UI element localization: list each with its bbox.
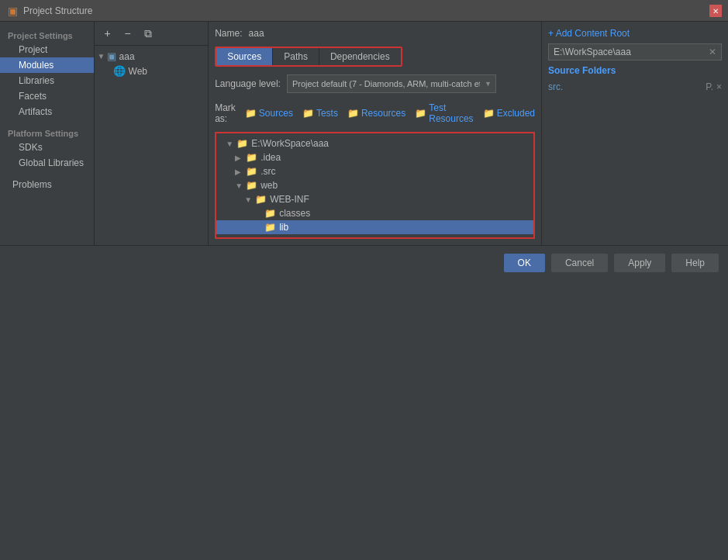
source-folder-p-action[interactable]: P.	[706, 81, 713, 92]
help-button[interactable]: Help	[671, 254, 719, 272]
ft-webinf[interactable]: ▼ 📁 WEB-INF	[216, 192, 533, 206]
sidebar-item-libraries[interactable]: Libraries	[0, 73, 94, 88]
content-root-path: E:\WorkSpace\aaa ✕	[548, 43, 722, 60]
source-folder-item: src. P. ×	[548, 81, 722, 93]
ft-idea[interactable]: ▶ 📁 .idea	[216, 150, 533, 164]
mark-as-label: Mark as:	[215, 102, 236, 124]
right-panel: Name: aaa Sources Paths Dependencies Lan…	[209, 22, 728, 245]
excluded-folder-icon: 📁	[483, 108, 495, 119]
source-folder-x-action[interactable]: ×	[716, 81, 722, 92]
mark-resources-label: Resources	[361, 108, 405, 119]
title-bar: ▣ Project Structure ✕	[0, 0, 728, 22]
ft-idea-folder-icon: 📁	[246, 152, 257, 163]
sidebar-item-project[interactable]: Project	[0, 42, 94, 57]
mark-as-row: Mark as: 📁 Sources 📁 Tests 📁 Resources 📁…	[215, 102, 535, 124]
sidebar-item-sdks[interactable]: SDKs	[0, 140, 94, 155]
module-panel: + − ⧉ ▼ ▣ aaa 🌐 Web	[95, 22, 209, 245]
content-root-close-button[interactable]: ✕	[709, 47, 716, 57]
ft-webinf-arrow: ▼	[244, 195, 255, 204]
language-level-row: Language level: Project default (7 - Dia…	[215, 74, 535, 93]
sidebar-item-artifacts[interactable]: Artifacts	[0, 104, 94, 119]
language-label: Language level:	[215, 78, 281, 89]
language-select[interactable]: Project default (7 - Diamonds, ARM, mult…	[287, 74, 496, 93]
add-content-root-button[interactable]: + Add Content Root	[548, 28, 722, 39]
source-folders-label: Source Folders	[548, 65, 722, 76]
module-tree-web[interactable]: 🌐 Web	[95, 64, 209, 78]
source-folder-name: src.	[548, 81, 563, 92]
name-label: Name:	[215, 28, 242, 39]
tab-dependencies[interactable]: Dependencies	[319, 48, 401, 65]
ft-root-arrow: ▼	[226, 140, 236, 148]
mark-resources-button[interactable]: 📁 Resources	[347, 108, 405, 119]
ft-lib[interactable]: 📁 lib	[216, 220, 533, 234]
ft-classes-folder-icon: 📁	[264, 208, 276, 219]
ft-root-label: E:\WorkSpace\aaa	[251, 138, 329, 149]
remove-module-button[interactable]: −	[119, 25, 136, 42]
project-settings-label: Project Settings	[0, 28, 94, 42]
window-title: Project Structure	[23, 5, 92, 16]
ft-web-arrow: ▼	[235, 181, 246, 190]
ok-button[interactable]: OK	[504, 254, 545, 272]
tab-paths[interactable]: Paths	[273, 48, 319, 65]
module-toolbar: + − ⧉	[95, 22, 209, 46]
arrow-icon: ▼	[98, 52, 107, 60]
language-select-wrap[interactable]: Project default (7 - Diamonds, ARM, mult…	[287, 74, 496, 93]
ft-web[interactable]: ▼ 📁 web	[216, 178, 533, 192]
copy-module-button[interactable]: ⧉	[140, 25, 157, 42]
file-tree: ▼ 📁 E:\WorkSpace\aaa ▶ 📁 .idea ▶ 📁 .src	[215, 132, 535, 239]
ft-src-arrow: ▶	[235, 168, 246, 176]
sidebar-item-facets[interactable]: Facets	[0, 88, 94, 104]
ft-root-folder-icon: 📁	[236, 138, 248, 149]
sidebar: Project Settings Project Modules Librari…	[0, 22, 95, 245]
ft-root[interactable]: ▼ 📁 E:\WorkSpace\aaa	[216, 137, 533, 150]
module-icon: ▣	[107, 50, 116, 62]
ft-idea-arrow: ▶	[235, 154, 246, 162]
ft-lib-label: lib	[279, 222, 288, 233]
module-subitem-label: Web	[129, 66, 147, 77]
test-resources-folder-icon: 📁	[415, 108, 426, 119]
ft-src[interactable]: ▶ 📁 .src	[216, 164, 533, 178]
ft-classes-label: classes	[279, 208, 310, 219]
window-icon: ▣	[6, 5, 19, 17]
ft-web-folder-icon: 📁	[246, 180, 257, 191]
apply-button[interactable]: Apply	[614, 254, 665, 272]
ft-webinf-label: WEB-INF	[270, 194, 309, 205]
source-folder-actions: P. ×	[706, 81, 722, 92]
web-icon: 🌐	[113, 65, 126, 77]
ft-web-label: web	[260, 180, 278, 191]
module-name: aaa	[119, 51, 135, 62]
ft-classes[interactable]: 📁 classes	[216, 206, 533, 220]
mark-test-resources-button[interactable]: 📁 Test Resources	[415, 102, 473, 124]
resources-folder-icon: 📁	[347, 108, 359, 119]
ft-src-folder-icon: 📁	[246, 166, 257, 177]
tests-folder-icon: 📁	[302, 108, 314, 119]
ft-lib-folder-icon: 📁	[264, 222, 276, 233]
mark-sources-button[interactable]: 📁 Sources	[245, 108, 293, 119]
sidebar-item-global-libs[interactable]: Global Libraries	[0, 155, 94, 171]
ft-src-label: .src	[260, 166, 275, 177]
sidebar-item-modules[interactable]: Modules	[0, 57, 94, 73]
module-tree-root[interactable]: ▼ ▣ aaa	[95, 49, 209, 64]
mark-test-resources-label: Test Resources	[429, 102, 473, 124]
mark-tests-label: Tests	[316, 108, 338, 119]
ft-webinf-folder-icon: 📁	[255, 194, 267, 205]
ft-idea-label: .idea	[260, 152, 281, 163]
tab-sources[interactable]: Sources	[216, 48, 273, 65]
module-tree: ▼ ▣ aaa 🌐 Web	[95, 46, 209, 245]
mark-sources-label: Sources	[259, 108, 293, 119]
sources-folder-icon: 📁	[245, 108, 257, 119]
main-layout: Project Settings Project Modules Librari…	[0, 22, 728, 245]
mark-excluded-button[interactable]: 📁 Excluded	[483, 108, 535, 119]
cancel-button[interactable]: Cancel	[551, 254, 608, 272]
close-button[interactable]: ✕	[709, 5, 722, 17]
sidebar-item-problems[interactable]: Problems	[0, 177, 94, 192]
add-content-panel: + Add Content Root E:\WorkSpace\aaa ✕ So…	[542, 22, 728, 245]
mark-tests-button[interactable]: 📁 Tests	[302, 108, 338, 119]
add-module-button[interactable]: +	[99, 25, 116, 42]
module-detail: Name: aaa Sources Paths Dependencies Lan…	[209, 22, 542, 245]
bottom-bar: OK Cancel Apply Help	[0, 245, 728, 279]
content-root-path-text: E:\WorkSpace\aaa	[554, 47, 631, 57]
name-value: aaa	[249, 28, 264, 39]
tabs-row: Sources Paths Dependencies	[215, 47, 402, 67]
mark-excluded-label: Excluded	[497, 108, 535, 119]
